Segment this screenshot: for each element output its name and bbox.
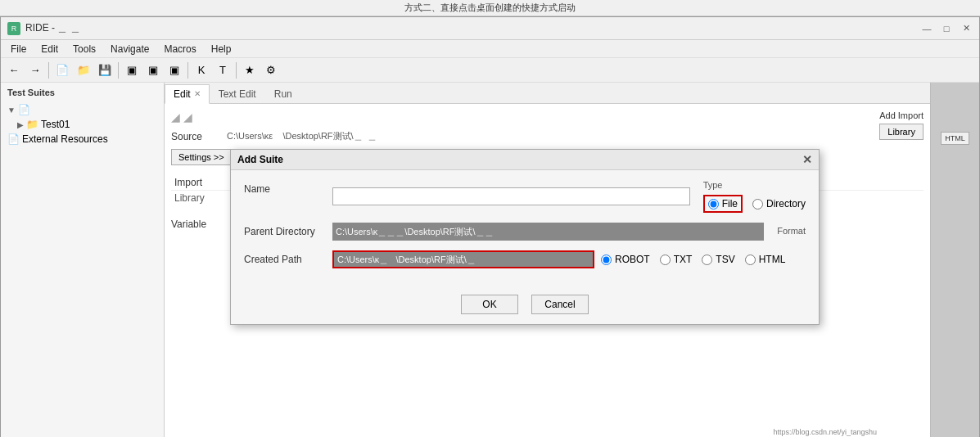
toolbar-btn2[interactable]: ▣ bbox=[143, 61, 163, 80]
tab-edit[interactable]: Edit ✕ bbox=[165, 84, 210, 104]
created-path-label: Created Path bbox=[244, 250, 326, 265]
type-directory-option[interactable]: Directory bbox=[752, 195, 806, 213]
library-button[interactable]: Library bbox=[879, 124, 924, 140]
type-directory-label: Directory bbox=[766, 198, 806, 209]
content-area: ◢ ◢ Source C:\Users\κε \Desktop\RF测试\＿ ＿… bbox=[165, 104, 930, 437]
type-file-radio[interactable] bbox=[708, 199, 719, 209]
add-import-label: Add Import bbox=[879, 110, 924, 120]
tree-item-external-resources[interactable]: 📄 External Resources bbox=[4, 132, 160, 146]
tree-root[interactable]: ▼ 📄 bbox=[4, 102, 160, 117]
variable-label: Variable bbox=[171, 218, 228, 230]
top-bar-text: 方式二、直接点击桌面创建的快捷方式启动 bbox=[404, 2, 576, 14]
parent-dir-label: Parent Directory bbox=[244, 223, 326, 237]
format-group: Format bbox=[777, 226, 806, 237]
form-row-parent-dir: Parent Directory C:\Users\κ＿＿＿\Desktop\R… bbox=[244, 223, 806, 241]
menu-tools[interactable]: Tools bbox=[66, 42, 102, 56]
window-title: RIDE - ＿ ＿ bbox=[25, 21, 920, 35]
tab-text-edit[interactable]: Text Edit bbox=[210, 84, 265, 104]
name-input[interactable] bbox=[332, 187, 690, 205]
format-tsv-option[interactable]: TSV bbox=[702, 254, 734, 265]
tabs: Edit ✕ Text Edit Run bbox=[165, 83, 930, 104]
tab-run-label: Run bbox=[274, 88, 292, 100]
breadcrumb-row: ◢ ◢ bbox=[171, 110, 924, 124]
top-bar: 方式二、直接点击桌面创建的快捷方式启动 bbox=[0, 0, 980, 16]
toolbar-forward-button[interactable]: → bbox=[25, 61, 45, 80]
resource-icon: 📄 bbox=[7, 133, 20, 145]
tab-edit-label: Edit bbox=[174, 88, 191, 100]
source-label: Source bbox=[171, 131, 220, 142]
tab-text-edit-label: Text Edit bbox=[219, 88, 256, 100]
breadcrumb-icon2: ◢ bbox=[183, 110, 192, 124]
toolbar-testcase-button[interactable]: T bbox=[213, 61, 233, 80]
type-file-option[interactable]: File bbox=[703, 195, 743, 213]
toolbar-open-button[interactable]: 📁 bbox=[74, 61, 93, 80]
format-html-radio[interactable] bbox=[745, 255, 756, 265]
toolbar-save-button[interactable]: 💾 bbox=[95, 61, 115, 80]
source-row: Source C:\Users\κε \Desktop\RF测试\＿ ＿ bbox=[171, 130, 924, 142]
title-bar: R RIDE - ＿ ＿ — □ ✕ bbox=[1, 17, 979, 40]
toolbar-star-button[interactable]: ★ bbox=[240, 61, 260, 80]
tree-item-test01[interactable]: ▶ 📁 Test01 bbox=[4, 117, 160, 132]
dialog-title: Add Suite bbox=[237, 154, 283, 165]
menu-macros[interactable]: Macros bbox=[157, 42, 202, 56]
tree-root-icon: 📄 bbox=[18, 104, 30, 115]
menu-bar: File Edit Tools Navigate Macros Help bbox=[1, 40, 979, 58]
right-annotation-sidebar: HTML bbox=[930, 83, 979, 437]
right-panel: Edit ✕ Text Edit Run ◢ ◢ S bbox=[165, 83, 930, 437]
parent-dir-input-area: C:\Users\κ＿＿＿\Desktop\RF测试\＿＿ Format bbox=[332, 223, 806, 241]
menu-edit[interactable]: Edit bbox=[34, 42, 65, 56]
type-group: Type File Directory bbox=[703, 180, 806, 213]
add-import-area: Add Import Library bbox=[879, 110, 924, 140]
menu-help[interactable]: Help bbox=[205, 42, 238, 56]
format-options: ROBOT TXT TSV bbox=[601, 254, 785, 265]
expand-icon: ▼ bbox=[7, 106, 16, 115]
toolbar-btn1[interactable]: ▣ bbox=[122, 61, 142, 80]
created-path-value: C:\Users\κ＿ \Desktop\RF测试\＿ bbox=[332, 250, 594, 268]
main-layout: Test Suites ▼ 📄 ▶ 📁 Test01 📄 External Re… bbox=[1, 83, 979, 437]
html-badge[interactable]: HTML bbox=[941, 132, 969, 145]
tree-label-test01: Test01 bbox=[41, 119, 70, 130]
type-label: Type bbox=[703, 180, 806, 190]
toolbar-separator-3 bbox=[187, 62, 188, 79]
toolbar-new-button[interactable]: 📄 bbox=[52, 61, 72, 80]
format-robot-option[interactable]: ROBOT bbox=[601, 254, 650, 265]
menu-navigate[interactable]: Navigate bbox=[104, 42, 156, 56]
close-button[interactable]: ✕ bbox=[960, 22, 973, 35]
expand-icon-test01: ▶ bbox=[17, 120, 24, 129]
breadcrumb-icon1: ◢ bbox=[171, 110, 180, 124]
ok-button[interactable]: OK bbox=[461, 295, 518, 314]
type-file-label: File bbox=[722, 198, 738, 209]
dialog-body: Name Type File bbox=[231, 170, 819, 288]
type-directory-radio[interactable] bbox=[752, 199, 763, 209]
watermark: https://blog.csdn.net/yi_tangshu bbox=[773, 428, 877, 436]
settings-button[interactable]: Settings >> bbox=[171, 149, 232, 165]
form-row-created-path: Created Path C:\Users\κ＿ \Desktop\RF测试\＿ bbox=[244, 250, 806, 268]
toolbar-keyword-button[interactable]: K bbox=[192, 61, 211, 80]
format-txt-label: TXT bbox=[674, 254, 693, 265]
window-controls: — □ ✕ bbox=[920, 22, 973, 35]
tab-run[interactable]: Run bbox=[265, 84, 301, 104]
main-window: R RIDE - ＿ ＿ — □ ✕ File Edit Tools Navig… bbox=[0, 16, 980, 437]
toolbar-gear-button[interactable]: ⚙ bbox=[261, 61, 281, 80]
format-tsv-radio[interactable] bbox=[702, 255, 712, 265]
tab-edit-close[interactable]: ✕ bbox=[194, 89, 201, 98]
maximize-button[interactable]: □ bbox=[940, 22, 953, 35]
format-txt-radio[interactable] bbox=[660, 255, 671, 265]
menu-file[interactable]: File bbox=[4, 42, 33, 56]
cancel-button[interactable]: Cancel bbox=[531, 295, 589, 314]
toolbar-btn3[interactable]: ▣ bbox=[165, 61, 184, 80]
toolbar-separator-2 bbox=[118, 62, 119, 79]
panel-title: Test Suites bbox=[4, 86, 160, 99]
format-txt-option[interactable]: TXT bbox=[660, 254, 693, 265]
name-input-area: Type File Directory bbox=[332, 180, 806, 213]
minimize-button[interactable]: — bbox=[920, 22, 933, 35]
tree-label-external-resources: External Resources bbox=[22, 133, 108, 145]
dialog-close-button[interactable]: ✕ bbox=[802, 153, 812, 166]
format-html-option[interactable]: HTML bbox=[745, 254, 786, 265]
toolbar-back-button[interactable]: ← bbox=[4, 61, 24, 80]
folder-icon-test01: 📁 bbox=[26, 119, 38, 130]
toolbar-separator-1 bbox=[48, 62, 49, 79]
toolbar-separator-4 bbox=[236, 62, 237, 79]
app-icon: R bbox=[7, 22, 20, 35]
format-robot-radio[interactable] bbox=[601, 255, 612, 265]
